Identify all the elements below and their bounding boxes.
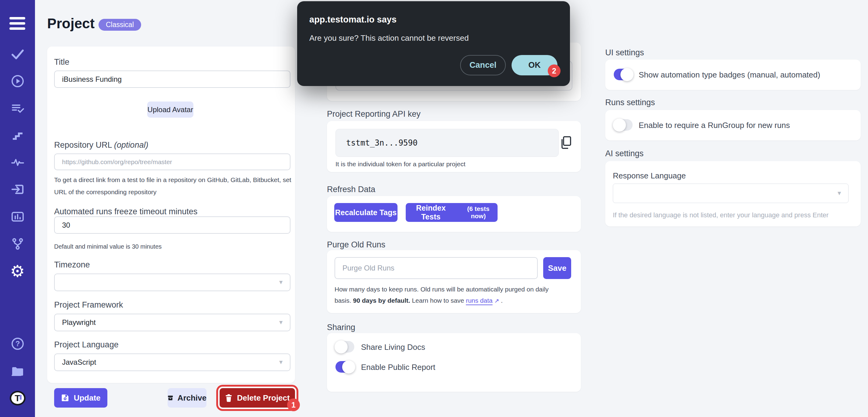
- trash-icon: [225, 394, 232, 402]
- api-token-field[interactable]: tstmt_3n...9590: [336, 129, 559, 157]
- chevron-down-icon: ▼: [278, 279, 284, 286]
- project-type-badge: Classical: [98, 19, 141, 31]
- language-value: JavaScript: [62, 358, 96, 366]
- delete-project-label: Delete Project: [237, 393, 289, 403]
- projects-folder-icon[interactable]: [0, 364, 35, 378]
- sign-in-icon[interactable]: [0, 182, 35, 196]
- reindex-tests-button[interactable]: Reindex Tests (6 tests now): [406, 203, 498, 222]
- update-button[interactable]: Update: [54, 388, 107, 408]
- framework-value: Playwright: [62, 318, 96, 327]
- rungroup-required-toggle[interactable]: [614, 119, 632, 131]
- purge-help: How many days to keep runs. Old runs wil…: [335, 284, 561, 307]
- confirm-dialog-message: Are you sure? This action cannot be reve…: [309, 33, 469, 43]
- update-label: Update: [73, 393, 100, 403]
- purge-old-runs-label: Purge Old Runs: [327, 240, 385, 250]
- automation-badges-toggle[interactable]: [614, 69, 632, 80]
- save-floppy-icon: [61, 394, 69, 402]
- title-input[interactable]: [54, 70, 290, 88]
- chevron-down-icon: ▼: [278, 359, 284, 366]
- language-select[interactable]: JavaScript ▼: [54, 353, 290, 371]
- recalculate-tags-label: Recalculate Tags: [335, 208, 397, 217]
- ok-label: OK: [528, 61, 541, 70]
- reports-chart-icon[interactable]: [0, 210, 35, 224]
- chevron-down-icon: ▼: [278, 319, 284, 326]
- purge-save-label: Save: [548, 263, 567, 273]
- freeze-timeout-input[interactable]: [54, 216, 290, 234]
- recalculate-tags-button[interactable]: Recalculate Tags: [334, 203, 398, 222]
- repo-url-input[interactable]: [54, 154, 290, 170]
- sharing-label: Sharing: [327, 323, 355, 332]
- purge-old-runs-input[interactable]: [335, 257, 538, 279]
- response-language-label: Response Language: [613, 171, 686, 181]
- testomat-logo[interactable]: T: [0, 391, 35, 406]
- git-branch-icon[interactable]: [0, 237, 35, 251]
- purge-help-part3: .: [499, 297, 503, 304]
- reindex-tests-label: Reindex Tests: [406, 204, 456, 221]
- purge-help-part2: Learn how to save: [410, 297, 466, 304]
- title-label: Title: [54, 58, 69, 67]
- repo-url-label-text: Repository URL: [54, 140, 112, 150]
- repo-url-optional-text: (optional): [114, 140, 148, 150]
- steps-icon[interactable]: [0, 128, 35, 142]
- reporting-api-key-help: It is the individual token for a particu…: [336, 158, 465, 170]
- toggle-knob: [620, 68, 633, 81]
- ai-settings-label: AI settings: [605, 149, 644, 158]
- confirm-dialog: app.testomat.io says Are you sure? This …: [297, 1, 570, 86]
- timezone-label: Timezone: [54, 260, 90, 269]
- enable-public-report-toggle[interactable]: [336, 361, 354, 373]
- ui-settings-label: UI settings: [605, 48, 644, 58]
- freeze-timeout-help: Default and minimal value is 30 minutes: [54, 240, 162, 253]
- upload-avatar-label: Upload Avatar: [148, 105, 193, 114]
- ai-settings-help: If the desired language is not listed, e…: [613, 209, 829, 221]
- share-living-docs-label: Share Living Docs: [361, 343, 425, 352]
- language-label: Project Language: [54, 340, 119, 350]
- freeze-timeout-label: Automated runs freeze timeout minutes: [54, 207, 197, 216]
- run-play-icon[interactable]: [0, 74, 35, 88]
- annotation-step-2-badge: 2: [548, 64, 560, 77]
- runs-data-link[interactable]: runs data: [466, 297, 493, 304]
- chevron-down-icon: ▼: [836, 190, 842, 197]
- framework-select[interactable]: Playwright ▼: [54, 314, 290, 331]
- archive-label: Archive: [178, 393, 207, 403]
- cancel-label: Cancel: [470, 61, 497, 70]
- confirm-dialog-title: app.testomat.io says: [309, 14, 397, 25]
- upload-avatar-button[interactable]: Upload Avatar: [147, 101, 193, 118]
- toggle-knob: [613, 119, 626, 132]
- archive-button[interactable]: Archive: [167, 388, 207, 408]
- cancel-button[interactable]: Cancel: [460, 55, 506, 75]
- refresh-data-label: Refresh Data: [327, 185, 375, 194]
- runs-settings-label: Runs settings: [605, 98, 655, 107]
- external-link-icon: ↗: [494, 297, 499, 304]
- enable-public-report-label: Enable Public Report: [361, 362, 435, 372]
- archive-box-icon: [167, 394, 173, 402]
- automation-badges-label: Show automation type badges (manual, aut…: [639, 70, 820, 79]
- purge-help-bold: 90 days by default.: [353, 297, 410, 304]
- activity-pulse-icon[interactable]: [0, 155, 35, 169]
- gear-glyph: ⚙: [10, 263, 25, 280]
- toggle-knob: [335, 341, 348, 353]
- purge-save-button[interactable]: Save: [543, 257, 571, 279]
- test-plans-icon[interactable]: [0, 101, 35, 115]
- reindex-tests-note: (6 tests now): [459, 205, 498, 220]
- repo-url-label: Repository URL (optional): [54, 140, 148, 150]
- logo-accent: [20, 395, 22, 400]
- page-title: Project: [47, 15, 95, 32]
- settings-gear-icon[interactable]: ⚙: [0, 263, 35, 280]
- api-token-value: tstmt_3n...9590: [346, 138, 417, 148]
- menu-icon[interactable]: [9, 17, 25, 30]
- timezone-select[interactable]: ▼: [54, 274, 290, 291]
- response-language-select[interactable]: ▼: [613, 184, 848, 203]
- sidebar: ⚙ ? T: [0, 0, 35, 417]
- copy-icon[interactable]: [560, 135, 572, 151]
- reporting-api-key-label: Project Reporting API key: [327, 109, 421, 119]
- rungroup-required-label: Enable to require a RunGroup for new run…: [639, 121, 790, 130]
- framework-label: Project Framework: [54, 300, 123, 310]
- toggle-knob: [342, 360, 355, 374]
- help-icon[interactable]: ?: [0, 337, 35, 351]
- tests-check-icon[interactable]: [0, 47, 35, 61]
- delete-project-button[interactable]: Delete Project: [220, 388, 295, 408]
- share-living-docs-toggle[interactable]: [336, 341, 354, 353]
- svg-text:?: ?: [15, 340, 20, 348]
- annotation-step-1-badge: 1: [287, 398, 300, 411]
- repo-url-help: To get a direct link from a test to file…: [54, 174, 298, 198]
